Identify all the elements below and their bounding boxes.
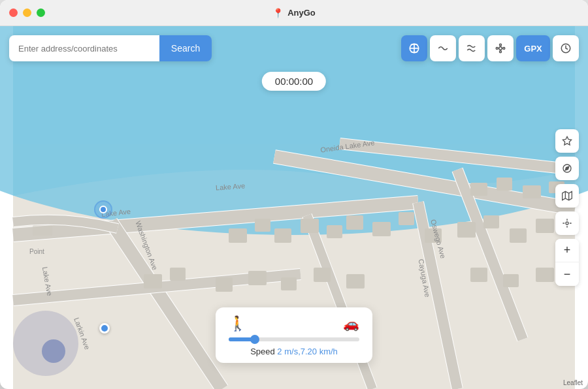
svg-rect-41 xyxy=(536,268,554,282)
svg-rect-25 xyxy=(372,222,391,236)
svg-rect-23 xyxy=(327,225,342,238)
speed-slider-thumb xyxy=(250,335,259,344)
svg-rect-43 xyxy=(497,178,512,191)
zoom-controls: + − xyxy=(555,239,579,286)
speed-slider[interactable] xyxy=(229,337,359,341)
search-button[interactable]: Search xyxy=(159,35,212,61)
svg-rect-34 xyxy=(216,277,233,292)
svg-rect-38 xyxy=(346,274,365,288)
svg-rect-20 xyxy=(255,219,270,232)
search-input[interactable] xyxy=(9,35,159,61)
app-window: 📍 AnyGo xyxy=(0,0,588,389)
svg-rect-42 xyxy=(470,183,487,196)
svg-rect-33 xyxy=(170,268,186,281)
speed-panel: 🚶 🚗 Speed 2 m/s,7.20 km/h xyxy=(216,307,372,363)
app-title: 📍 AnyGo xyxy=(272,8,316,18)
joystick[interactable] xyxy=(13,311,78,376)
svg-rect-19 xyxy=(229,228,247,243)
compass-button[interactable] xyxy=(555,157,579,180)
svg-point-52 xyxy=(500,51,502,53)
svg-point-50 xyxy=(499,47,502,50)
svg-rect-46 xyxy=(33,225,52,236)
center-location-button[interactable] xyxy=(555,211,579,235)
timer-badge: 00:00:00 xyxy=(262,72,326,91)
svg-rect-27 xyxy=(425,228,442,243)
window-controls xyxy=(9,8,45,17)
svg-marker-58 xyxy=(565,166,569,170)
svg-marker-56 xyxy=(563,136,571,145)
location-marker xyxy=(94,200,112,219)
svg-point-53 xyxy=(496,48,498,50)
svg-rect-29 xyxy=(483,215,499,228)
app-name: AnyGo xyxy=(287,8,316,18)
map-container[interactable]: Oneida Lake Ave Lake Ave Lake Ave Washin… xyxy=(0,26,588,389)
svg-rect-28 xyxy=(457,222,476,238)
location-dot-inner xyxy=(99,206,107,213)
svg-rect-32 xyxy=(144,274,162,288)
close-button[interactable] xyxy=(9,8,18,17)
zoom-in-button[interactable]: + xyxy=(555,239,579,262)
svg-rect-26 xyxy=(399,212,414,225)
search-area: Search xyxy=(9,35,212,61)
svg-marker-59 xyxy=(563,191,572,200)
svg-rect-30 xyxy=(510,228,527,243)
zoom-out-button[interactable]: − xyxy=(555,262,579,286)
destination-marker xyxy=(99,323,110,334)
titlebar: 📍 AnyGo xyxy=(0,0,588,26)
svg-rect-35 xyxy=(248,271,267,285)
timer-value: 00:00:00 xyxy=(275,76,313,87)
joystick-mode-button[interactable] xyxy=(487,35,514,61)
teleport-mode-button[interactable] xyxy=(401,35,427,61)
svg-rect-24 xyxy=(346,215,363,230)
svg-rect-39 xyxy=(470,268,487,282)
joystick-outer xyxy=(13,311,78,376)
one-stop-mode-button[interactable] xyxy=(430,35,456,61)
speed-text: Speed xyxy=(250,347,275,356)
speed-label: Speed 2 m/s,7.20 km/h xyxy=(229,347,359,356)
svg-rect-21 xyxy=(274,228,291,243)
svg-point-51 xyxy=(500,44,502,46)
map-view-button[interactable] xyxy=(555,184,579,208)
speed-icons: 🚶 🚗 xyxy=(229,315,359,332)
leaflet-attribution: Leaflet xyxy=(563,379,583,386)
svg-rect-40 xyxy=(503,274,519,287)
walk-icon: 🚶 xyxy=(229,315,246,332)
pin-icon: 📍 xyxy=(272,8,284,18)
favorites-button[interactable] xyxy=(555,129,579,153)
history-button[interactable] xyxy=(553,35,579,61)
toolbar: Search xyxy=(9,35,579,61)
gpx-button[interactable]: GPX xyxy=(516,35,550,61)
destination-dot xyxy=(99,323,110,334)
minimize-button[interactable] xyxy=(23,8,31,17)
svg-rect-31 xyxy=(536,219,554,233)
svg-point-54 xyxy=(503,48,505,50)
svg-rect-37 xyxy=(314,268,331,282)
svg-point-62 xyxy=(566,222,568,225)
multi-stop-mode-button[interactable] xyxy=(459,35,485,61)
car-icon: 🚗 xyxy=(343,316,359,332)
svg-rect-36 xyxy=(281,277,297,290)
toolbar-right: GPX xyxy=(401,35,579,61)
joystick-inner xyxy=(42,339,65,363)
svg-rect-44 xyxy=(523,185,541,198)
speed-value: 2 m/s,7.20 km/h xyxy=(277,347,337,356)
location-dot-outer xyxy=(94,200,112,219)
right-panel: + − xyxy=(555,129,579,286)
maximize-button[interactable] xyxy=(37,8,45,17)
svg-rect-22 xyxy=(301,219,319,233)
